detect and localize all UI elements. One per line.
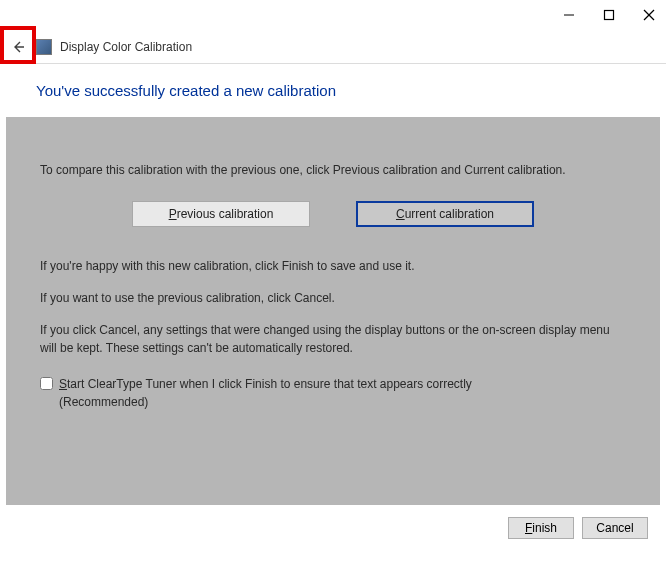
previous-calibration-button[interactable]: Previous calibration [132,201,310,227]
header-bar: Display Color Calibration [0,30,666,64]
prev-cal-rest: revious calibration [177,207,274,221]
close-button[interactable] [640,6,658,24]
back-button-highlight [0,26,36,64]
current-calibration-button[interactable]: Current calibration [356,201,534,227]
cancel-note: If you click Cancel, any settings that w… [40,321,626,357]
cleartype-checkbox[interactable] [40,377,53,390]
footer-bar: Finish Cancel [0,505,666,539]
finish-instruction: If you're happy with this new calibratio… [40,257,626,275]
minimize-button[interactable] [560,6,578,24]
curr-cal-rest: urrent calibration [405,207,494,221]
cleartype-text-1: tart ClearType Tuner when I click Finish… [67,377,472,391]
cancel-button[interactable]: Cancel [582,517,648,539]
finish-rest: inish [532,521,557,535]
compare-button-row: Previous calibration Current calibration [40,201,626,227]
svg-rect-1 [605,11,614,20]
cleartype-checkbox-row: Start ClearType Tuner when I click Finis… [40,375,626,411]
compare-instruction: To compare this calibration with the pre… [40,161,626,179]
window-titlebar [0,0,666,30]
cancel-instruction: If you want to use the previous calibrat… [40,289,626,307]
page-heading: You've successfully created a new calibr… [0,64,666,117]
content-panel: To compare this calibration with the pre… [6,117,660,505]
maximize-button[interactable] [600,6,618,24]
finish-button[interactable]: Finish [508,517,574,539]
cleartype-text-2: (Recommended) [59,395,148,409]
app-title: Display Color Calibration [60,40,192,54]
app-icon [36,39,52,55]
cleartype-label[interactable]: Start ClearType Tuner when I click Finis… [59,375,626,411]
